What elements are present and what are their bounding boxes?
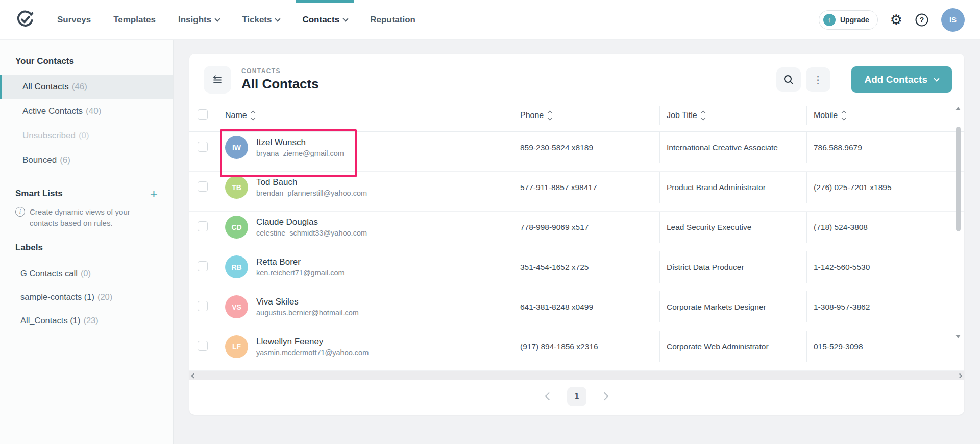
sidebar-item-bounced[interactable]: Bounced (6)	[0, 148, 173, 173]
label-name: G Contacts call	[20, 269, 78, 278]
column-header-mobile[interactable]: Mobile	[806, 106, 964, 125]
label-count: (23)	[83, 316, 98, 325]
contact-name-cell[interactable]: TB Tod Bauch brendan_pfannerstill@yahoo.…	[222, 176, 513, 199]
collapse-sidebar-button[interactable]	[204, 66, 231, 94]
previous-page-icon[interactable]	[545, 392, 553, 401]
view-count: (0)	[79, 131, 89, 141]
row-checkbox[interactable]	[198, 142, 208, 152]
contact-name-cell[interactable]: IW Itzel Wunsch bryana_zieme@gmail.com	[222, 136, 513, 159]
column-header-job-title[interactable]: Job Title	[659, 106, 806, 125]
nav-item-label: Templates	[113, 15, 156, 25]
label-count: (20)	[97, 292, 112, 302]
main-content: CONTACTS All Contacts ⋮ Add Contacts	[174, 40, 980, 444]
header-divider	[841, 67, 841, 92]
label-count: (0)	[81, 269, 91, 278]
contact-name: Llewellyn Feeney	[256, 337, 369, 347]
upgrade-label: Upgrade	[840, 16, 869, 24]
contact-views-list: All Contacts (46) Active Contacts (40) U…	[0, 75, 173, 173]
row-checkbox[interactable]	[198, 221, 208, 231]
contact-name-cell[interactable]: LF Llewellyn Feeney yasmin.mcdermott71@y…	[222, 335, 513, 358]
phone-cell: 859-230-5824 x8189	[513, 132, 659, 163]
more-options-button[interactable]: ⋮	[806, 67, 830, 92]
mobile-cell: 786.588.9679	[806, 132, 964, 163]
sort-icon[interactable]	[548, 111, 551, 120]
sidebar-item-active-contacts[interactable]: Active Contacts (40)	[0, 99, 173, 124]
view-label: Unsubscribed	[22, 131, 76, 141]
view-count: (46)	[72, 82, 87, 92]
user-avatar[interactable]: IS	[941, 8, 965, 32]
sidebar-label-sample-contacts[interactable]: sample-contacts (1) (20)	[0, 286, 173, 309]
phone-cell: 577-911-8857 x98417	[513, 172, 659, 203]
row-checkbox[interactable]	[198, 181, 208, 192]
smart-lists-info: i Create dynamic views of your contacts …	[0, 199, 173, 229]
chevron-down-icon	[343, 16, 349, 21]
contact-email: bryana_zieme@gmail.com	[256, 149, 344, 157]
sidebar-item-unsubscribed[interactable]: Unsubscribed (0)	[0, 124, 173, 148]
chevron-down-icon	[275, 16, 281, 21]
table-row[interactable]: VS Viva Skiles augustus.bernier@hotmail.…	[189, 291, 964, 331]
scrollbar-thumb[interactable]	[956, 127, 961, 231]
vertical-scrollbar[interactable]	[954, 107, 962, 338]
help-button[interactable]: ?	[915, 13, 929, 27]
contacts-card: CONTACTS All Contacts ⋮ Add Contacts	[189, 54, 964, 415]
sort-icon[interactable]	[702, 111, 705, 120]
table-row[interactable]: TB Tod Bauch brendan_pfannerstill@yahoo.…	[189, 172, 964, 212]
add-contacts-button[interactable]: Add Contacts	[851, 66, 952, 93]
phone-cell: 778-998-9069 x517	[513, 212, 659, 243]
table-row[interactable]: IW Itzel Wunsch bryana_zieme@gmail.com 8…	[189, 132, 964, 172]
job-title-cell: Corporate Web Administrator	[659, 331, 806, 362]
sidebar-item-all-contacts[interactable]: All Contacts (46)	[0, 75, 173, 99]
sidebar-label-all-contacts[interactable]: All_Contacts (1) (23)	[0, 309, 173, 333]
sort-icon[interactable]	[842, 111, 845, 120]
table-row[interactable]: CD Claude Douglas celestine_schmidt33@ya…	[189, 212, 964, 251]
scroll-down-icon[interactable]	[955, 335, 961, 338]
contact-name-cell[interactable]: CD Claude Douglas celestine_schmidt33@ya…	[222, 216, 513, 239]
scroll-up-icon[interactable]	[955, 107, 961, 110]
search-button[interactable]	[776, 67, 801, 92]
avatar: TB	[225, 176, 248, 199]
table-row[interactable]: LF Llewellyn Feeney yasmin.mcdermott71@y…	[189, 331, 964, 371]
app-logo[interactable]	[15, 0, 35, 39]
row-checkbox[interactable]	[198, 261, 208, 271]
column-header-phone[interactable]: Phone	[513, 106, 659, 125]
horizontal-scrollbar[interactable]	[189, 371, 964, 380]
svg-text:?: ?	[920, 16, 924, 24]
mobile-cell: 015-529-3098	[806, 331, 964, 362]
your-contacts-heading-label: Your Contacts	[15, 56, 74, 66]
job-title-cell: Corporate Markets Designer	[659, 291, 806, 322]
column-header-name[interactable]: Name	[222, 111, 513, 120]
nav-item-tickets[interactable]: Tickets	[242, 0, 280, 39]
header-actions: ⋮ Add Contacts	[771, 66, 952, 93]
row-checkbox[interactable]	[198, 301, 208, 311]
smart-lists-heading-label: Smart Lists	[15, 189, 63, 199]
breadcrumb: CONTACTS	[241, 67, 319, 75]
nav-item-contacts[interactable]: Contacts	[302, 0, 348, 39]
nav-item-templates[interactable]: Templates	[113, 0, 156, 39]
nav-item-surveys[interactable]: Surveys	[57, 0, 91, 39]
job-title-cell: District Data Producer	[659, 251, 806, 283]
shield-check-logo-icon	[15, 10, 35, 30]
nav-item-reputation[interactable]: Reputation	[370, 0, 415, 39]
upgrade-button[interactable]: ↑ Upgrade	[819, 10, 878, 30]
avatar: IW	[225, 136, 248, 159]
add-smart-list-button[interactable]: +	[150, 189, 158, 199]
scroll-right-icon[interactable]	[958, 373, 963, 378]
contact-name-cell[interactable]: VS Viva Skiles augustus.bernier@hotmail.…	[222, 295, 513, 318]
contact-email: brendan_pfannerstill@yahoo.com	[256, 189, 367, 197]
sort-icon[interactable]	[252, 111, 255, 120]
table-row[interactable]: RB Retta Borer ken.reichert71@gmail.com …	[189, 251, 964, 291]
page-number[interactable]: 1	[567, 387, 586, 406]
chevron-down-icon	[215, 16, 220, 21]
settings-button[interactable]: ⚙	[890, 13, 902, 27]
scroll-left-icon[interactable]	[191, 373, 197, 378]
select-all-checkbox[interactable]	[198, 109, 208, 120]
avatar: RB	[225, 255, 248, 278]
avatar: LF	[225, 335, 248, 358]
row-checkbox[interactable]	[198, 341, 208, 351]
nav-item-insights[interactable]: Insights	[178, 0, 219, 39]
sidebar-label-g-contacts-call[interactable]: G Contacts call (0)	[0, 262, 173, 286]
job-title-cell: International Creative Associate	[659, 132, 806, 163]
contact-name-cell[interactable]: RB Retta Borer ken.reichert71@gmail.com	[222, 255, 513, 278]
next-page-icon[interactable]	[601, 392, 609, 401]
job-title-cell: Lead Security Executive	[659, 212, 806, 243]
